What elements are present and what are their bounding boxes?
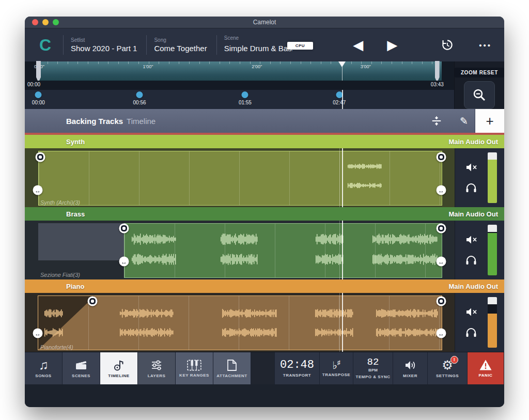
track-lane-piano[interactable]: ↔ ↔ Pianoforte(4) — [25, 293, 455, 352]
fade-out-handle[interactable] — [437, 152, 446, 162]
music-notes-icon: ♫ — [39, 359, 49, 371]
fullscreen-button[interactable] — [53, 19, 59, 25]
minimize-button[interactable] — [42, 19, 49, 25]
more-button[interactable]: ••• — [479, 41, 492, 50]
move-arrows-icon: ↔ — [438, 258, 444, 265]
track-piano: Piano Main Audio Out ↔ — [25, 279, 504, 352]
zoom-range-handle-left[interactable] — [36, 61, 41, 82]
trim-start-handle[interactable]: ↔ — [33, 185, 43, 195]
marker-dot[interactable] — [35, 91, 42, 98]
setlist-field[interactable]: Setlist Show 2020 - Part 1 — [63, 35, 146, 55]
trim-end-handle[interactable]: ↔ — [437, 257, 446, 267]
trim-start-handle[interactable]: ↔ — [119, 257, 129, 267]
panic-button[interactable]: PANIC — [468, 352, 504, 384]
mute-button[interactable] — [465, 163, 478, 172]
playhead-line — [342, 90, 343, 109]
move-arrows-icon: ↔ — [438, 330, 444, 337]
empty-clip-area — [38, 223, 124, 260]
tab-layers[interactable]: LAYERS — [138, 352, 176, 384]
scene-marker[interactable]: 01:55 — [239, 91, 252, 105]
zoom-tool-button[interactable] — [464, 81, 495, 109]
track-header-synth[interactable]: Synth Main Audio Out — [25, 135, 504, 148]
level-meter[interactable] — [488, 297, 497, 348]
tab-scenes[interactable]: SCENES — [63, 352, 100, 384]
backing-tracks-subtitle: Timeline — [127, 117, 155, 126]
close-button[interactable] — [32, 19, 38, 25]
zoom-reset-button[interactable]: ZOOM RESET — [455, 68, 504, 77]
audio-region-synth[interactable] — [38, 151, 442, 206]
transpose-button[interactable]: ♭♯ TRANSPOSE — [320, 352, 353, 384]
track-output[interactable]: Main Audio Out — [448, 138, 498, 146]
track-lane-synth[interactable]: ↔ ↔ Synth (Archi)(3) — [25, 148, 455, 207]
trim-start-handle[interactable]: ↔ — [33, 329, 43, 338]
ruler-band[interactable]: 0'00" 1'00" 2'00" 3'00" — [37, 61, 442, 81]
mute-button[interactable] — [465, 307, 478, 317]
marker-dot[interactable] — [136, 91, 143, 98]
meter-fill — [488, 160, 497, 203]
clip-label: Sezione Fiati(3) — [40, 272, 80, 278]
fade-in-handle[interactable] — [88, 297, 98, 306]
magnifier-icon — [472, 87, 487, 103]
scene-marker[interactable]: 00:00 — [32, 91, 45, 105]
playhead-line — [342, 221, 343, 279]
solo-headphones-button[interactable] — [465, 327, 478, 337]
ruler-tick: 2'00" — [252, 64, 262, 69]
fade-in-handle[interactable] — [36, 152, 45, 162]
camelot-window: Camelot C Setlist Show 2020 - Part 1 Son… — [25, 17, 504, 407]
edit-tracks-button[interactable]: ✎ — [460, 115, 468, 127]
song-field[interactable]: Song Come Together — [146, 35, 216, 55]
tempo-sync-button[interactable]: 82 BPM TEMPO & SYNC — [353, 352, 393, 384]
fade-in-handle[interactable] — [119, 224, 129, 234]
ruler-end-time: 03:43 — [431, 82, 444, 87]
scene-field[interactable]: Scene Simple Drum & Bass CPU — [216, 35, 322, 55]
markers-strip[interactable]: 00:00 00:56 01:55 02:47 — [25, 90, 454, 109]
trim-end-handle[interactable]: ↔ — [437, 329, 446, 338]
marker-line — [339, 221, 340, 279]
track-header-brass[interactable]: Brass Main Audio Out — [25, 207, 504, 221]
scene-label: Scene — [224, 35, 313, 41]
tab-key-ranges[interactable]: KEY RANGES — [176, 352, 213, 384]
track-lane-brass[interactable]: ↔ ↔ Sezione Fiati(3) — [25, 221, 455, 279]
fade-out-handle[interactable] — [437, 224, 446, 234]
waveform — [125, 234, 442, 245]
zoom-range-handle-right[interactable] — [435, 61, 440, 82]
ruler-tick: 3'00" — [361, 64, 371, 69]
track-output[interactable]: Main Audio Out — [448, 283, 498, 290]
track-controls-piano — [455, 293, 504, 352]
timeline-ruler[interactable]: 0'00" 1'00" 2'00" 3'00" — [25, 61, 454, 81]
audio-region-brass[interactable] — [124, 223, 442, 278]
waveform — [39, 163, 442, 169]
previous-button[interactable]: ◀ — [353, 38, 363, 52]
settings-alert-badge: ! — [450, 356, 458, 364]
level-meter[interactable] — [488, 152, 497, 203]
toolbar-spacer — [251, 352, 275, 384]
mute-button[interactable] — [465, 235, 478, 244]
solo-headphones-button[interactable] — [465, 182, 478, 193]
solo-headphones-button[interactable] — [465, 255, 478, 265]
track-name: Brass — [66, 210, 85, 218]
scene-marker[interactable]: 02:47 — [333, 91, 346, 105]
tab-label: SCENES — [72, 374, 90, 378]
add-track-button[interactable]: + — [475, 109, 504, 133]
trim-end-handle[interactable]: ↔ — [437, 185, 446, 195]
scene-marker[interactable]: 00:56 — [133, 91, 146, 105]
fade-out-handle[interactable] — [437, 297, 446, 306]
tab-attachment[interactable]: ATTACHMENT — [213, 352, 251, 384]
ruler-start-time: 00:00 — [27, 82, 40, 87]
audio-region-piano[interactable] — [38, 295, 442, 350]
collapse-tracks-button[interactable] — [431, 115, 442, 127]
track-output[interactable]: Main Audio Out — [448, 210, 498, 218]
track-header-piano[interactable]: Piano Main Audio Out — [25, 279, 504, 293]
marker-dot[interactable] — [242, 91, 248, 98]
mixer-button[interactable]: MIXER — [393, 352, 428, 384]
transport-button[interactable]: 02:48 TRANSPORT — [275, 352, 320, 384]
level-meter[interactable] — [488, 225, 497, 275]
play-button[interactable]: ▶ — [387, 38, 397, 52]
settings-button[interactable]: ⚙ ! SETTINGS — [428, 352, 468, 384]
backing-tracks-bar: Backing TracksTimeline ✎ + — [25, 109, 504, 133]
history-button[interactable] — [441, 38, 454, 52]
playhead-marker[interactable] — [338, 61, 346, 67]
tab-songs[interactable]: ♫ SONGS — [25, 352, 63, 384]
tab-timeline[interactable]: TIMELINE — [100, 352, 138, 384]
collapse-tracks-icon — [431, 115, 442, 127]
